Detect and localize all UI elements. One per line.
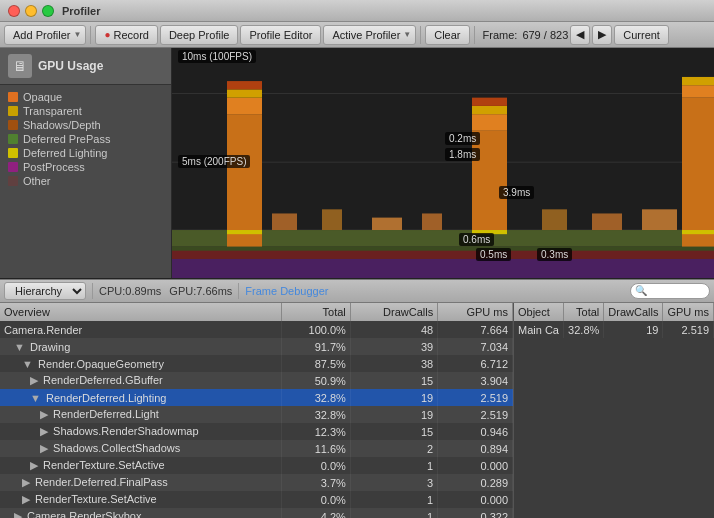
total-col-header: Total xyxy=(282,303,350,321)
toolbar-separator xyxy=(90,26,91,44)
legend-item: PostProcess xyxy=(8,161,163,173)
deep-profile-button[interactable]: Deep Profile xyxy=(160,25,239,45)
row-label: ▶ Render.Deferred.FinalPass xyxy=(0,474,282,491)
svg-rect-27 xyxy=(172,259,714,278)
row-label: ▶ Shadows.RenderShadowmap xyxy=(0,423,282,440)
minimize-button[interactable] xyxy=(25,5,37,17)
row-total: 91.7% xyxy=(282,338,350,355)
hierarchy-select[interactable]: Hierarchy xyxy=(4,282,86,300)
ms-label-0-2: 0.2ms xyxy=(445,132,480,145)
object-tbody: Main Ca32.8%192.519 xyxy=(514,321,714,338)
row-label: ▶ RenderDeferred.Light xyxy=(0,406,282,423)
table-row[interactable]: ▶ Render.Deferred.FinalPass3.7%30.289 xyxy=(0,474,513,491)
row-gpums: 0.322 xyxy=(438,508,513,518)
add-profiler-button[interactable]: Add Profiler ▼ xyxy=(4,25,86,45)
table-row[interactable]: Camera.Render100.0%487.664 xyxy=(0,321,513,338)
row-gpums: 0.946 xyxy=(438,423,513,440)
row-gpums: 0.000 xyxy=(438,491,513,508)
toolbar-separator-3 xyxy=(474,26,475,44)
table-row[interactable]: ▶ Shadows.CollectShadows11.6%20.894 xyxy=(0,440,513,457)
legend: OpaqueTransparentShadows/DepthDeferred P… xyxy=(0,85,171,195)
svg-rect-6 xyxy=(227,114,262,246)
maximize-button[interactable] xyxy=(42,5,54,17)
hierarchy-bar: Hierarchy CPU:0.89ms GPU:7.66ms Frame De… xyxy=(0,279,714,303)
app-container: Profiler Add Profiler ▼ ● Record Deep Pr… xyxy=(0,0,714,518)
row-total: 0.0% xyxy=(282,457,350,474)
table-row[interactable]: ▶ RenderTexture.SetActive0.0%10.000 xyxy=(0,491,513,508)
table-row[interactable]: ▶ Camera.RenderSkybox4.2%10.322 xyxy=(0,508,513,518)
separator xyxy=(92,283,93,299)
row-gpums: 0.289 xyxy=(438,474,513,491)
table-area: Overview Total DrawCalls GPU ms Camera.R… xyxy=(0,303,714,518)
ms-label-0-6: 0.6ms xyxy=(459,233,494,246)
row-drawcalls: 15 xyxy=(350,372,437,389)
table-row[interactable]: ▼ Render.OpaqueGeometry87.5%386.712 xyxy=(0,355,513,372)
dropdown-arrow-icon: ▼ xyxy=(73,30,81,39)
gpums-col-header: GPU ms xyxy=(438,303,513,321)
row-gpums: 0.894 xyxy=(438,440,513,457)
object-row-cell: 32.8% xyxy=(564,321,604,338)
toolbar-separator-2 xyxy=(420,26,421,44)
tree-arrow-icon: ▶ xyxy=(30,374,41,386)
frame-debugger-label[interactable]: Frame Debugger xyxy=(245,285,328,297)
row-drawcalls: 3 xyxy=(350,474,437,491)
left-table: Overview Total DrawCalls GPU ms Camera.R… xyxy=(0,303,514,518)
current-button[interactable]: Current xyxy=(614,25,669,45)
legend-item: Deferred PrePass xyxy=(8,133,163,145)
svg-rect-8 xyxy=(227,89,262,97)
gpu-usage-header: 🖥 GPU Usage xyxy=(0,48,171,85)
table-row[interactable]: ▶ RenderDeferred.Light32.8%192.519 xyxy=(0,406,513,423)
row-label: Camera.Render xyxy=(0,321,282,338)
object-table-row[interactable]: Main Ca32.8%192.519 xyxy=(514,321,714,338)
svg-rect-14 xyxy=(272,213,297,230)
row-total: 87.5% xyxy=(282,355,350,372)
gpu-usage-title: GPU Usage xyxy=(38,59,103,73)
legend-item: Deferred Lighting xyxy=(8,147,163,159)
row-label: ▼ Drawing xyxy=(0,338,282,355)
row-drawcalls: 15 xyxy=(350,423,437,440)
table-row[interactable]: ▼ Drawing91.7%397.034 xyxy=(0,338,513,355)
left-panel: 🖥 GPU Usage OpaqueTransparentShadows/Dep… xyxy=(0,48,172,278)
row-label: ▶ RenderDeferred.GBuffer xyxy=(0,372,282,389)
row-total: 12.3% xyxy=(282,423,350,440)
table-row[interactable]: ▶ RenderTexture.SetActive0.0%10.000 xyxy=(0,457,513,474)
active-profiler-button[interactable]: Active Profiler ▼ xyxy=(323,25,416,45)
svg-rect-11 xyxy=(472,114,507,131)
tree-arrow-icon: ▶ xyxy=(22,493,33,505)
svg-rect-9 xyxy=(227,81,262,89)
next-frame-button[interactable]: ▶ xyxy=(592,25,612,45)
prev-frame-button[interactable]: ◀ xyxy=(570,25,590,45)
svg-rect-23 xyxy=(682,77,714,85)
tree-arrow-icon: ▶ xyxy=(40,425,51,437)
table-row[interactable]: ▼ RenderDeferred.Lighting32.8%192.519 xyxy=(0,389,513,406)
object-gpums-header: GPU ms xyxy=(663,303,714,321)
row-gpums: 2.519 xyxy=(438,406,513,423)
gpu-icon: 🖥 xyxy=(8,54,32,78)
svg-rect-20 xyxy=(642,209,677,230)
row-total: 11.6% xyxy=(282,440,350,457)
drawcalls-col-header: DrawCalls xyxy=(350,303,437,321)
row-drawcalls: 19 xyxy=(350,406,437,423)
profile-editor-button[interactable]: Profile Editor xyxy=(240,25,321,45)
object-col-header: Object xyxy=(514,303,564,321)
clear-button[interactable]: Clear xyxy=(425,25,469,45)
svg-rect-13 xyxy=(472,98,507,106)
tree-arrow-icon: ▼ xyxy=(30,392,44,404)
row-gpums: 3.904 xyxy=(438,372,513,389)
window-controls xyxy=(8,5,54,17)
row-drawcalls: 39 xyxy=(350,338,437,355)
svg-rect-12 xyxy=(472,106,507,114)
legend-item-label: Deferred Lighting xyxy=(23,147,107,159)
fps-label-100: 10ms (100FPS) xyxy=(178,50,256,63)
row-total: 4.2% xyxy=(282,508,350,518)
legend-item-label: Opaque xyxy=(23,91,62,103)
table-row[interactable]: ▶ Shadows.RenderShadowmap12.3%150.946 xyxy=(0,423,513,440)
row-label: ▶ RenderTexture.SetActive xyxy=(0,457,282,474)
svg-rect-21 xyxy=(682,98,714,247)
tree-arrow-icon: ▶ xyxy=(14,510,25,518)
record-button[interactable]: ● Record xyxy=(95,25,158,45)
table-row[interactable]: ▶ RenderDeferred.GBuffer50.9%153.904 xyxy=(0,372,513,389)
close-button[interactable] xyxy=(8,5,20,17)
legend-item-label: PostProcess xyxy=(23,161,85,173)
row-gpums: 6.712 xyxy=(438,355,513,372)
